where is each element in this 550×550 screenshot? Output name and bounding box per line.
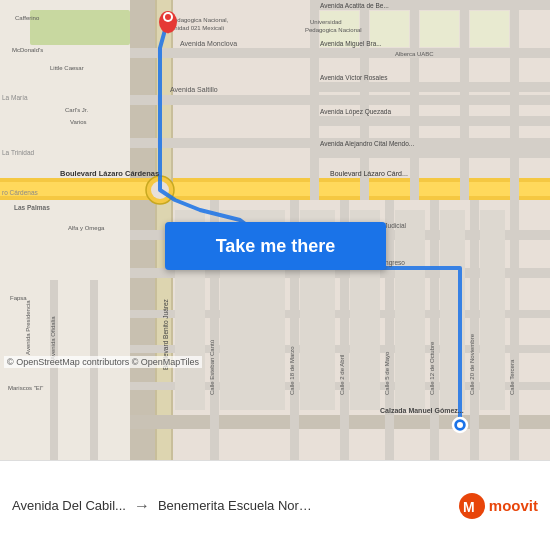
svg-text:Universidad: Universidad bbox=[310, 19, 342, 25]
moovit-logo: M moovit bbox=[459, 493, 538, 519]
svg-text:McDonald's: McDonald's bbox=[12, 47, 43, 53]
from-to-row: Avenida Del Cabil... → Benemerita Escuel… bbox=[12, 497, 451, 515]
svg-text:Carl's Jr.: Carl's Jr. bbox=[65, 107, 88, 113]
svg-rect-20 bbox=[430, 200, 439, 460]
svg-text:Avenida Presidencia: Avenida Presidencia bbox=[25, 300, 31, 355]
svg-text:Calle 20 de Noviembre: Calle 20 de Noviembre bbox=[469, 333, 475, 395]
svg-text:Calzada Manuel Gómez...: Calzada Manuel Gómez... bbox=[380, 407, 464, 414]
svg-text:Calle 5 de Mayo: Calle 5 de Mayo bbox=[384, 351, 390, 395]
map-container: Boulevard Lázaro Cárdenas Boulevard Láza… bbox=[0, 0, 550, 460]
moovit-logo-icon: M bbox=[459, 493, 485, 519]
to-location-text: Benemerita Escuela Normal Ur... bbox=[158, 498, 318, 513]
svg-text:Avenida Miguel Bra...: Avenida Miguel Bra... bbox=[320, 40, 382, 48]
svg-text:Las Palmas: Las Palmas bbox=[14, 204, 50, 211]
svg-rect-38 bbox=[470, 11, 509, 47]
svg-text:Boulevard Lázaro Cárd...: Boulevard Lázaro Cárd... bbox=[330, 170, 408, 177]
svg-text:Avenida Monclova: Avenida Monclova bbox=[180, 40, 237, 47]
svg-point-89 bbox=[457, 422, 463, 428]
svg-text:Calle 18 de Marzo: Calle 18 de Marzo bbox=[289, 346, 295, 395]
svg-point-92 bbox=[165, 14, 171, 20]
svg-rect-21 bbox=[470, 200, 479, 460]
svg-rect-30 bbox=[310, 82, 550, 92]
svg-text:Mariscos "El": Mariscos "El" bbox=[8, 385, 43, 391]
svg-text:Calle 12 de Octubre: Calle 12 de Octubre bbox=[429, 341, 435, 395]
svg-text:Boulevard Lázaro Cárdenas: Boulevard Lázaro Cárdenas bbox=[60, 169, 159, 178]
svg-text:Fapsa: Fapsa bbox=[10, 295, 27, 301]
svg-text:La Trinidad: La Trinidad bbox=[2, 149, 35, 156]
moovit-logo-text: moovit bbox=[489, 497, 538, 514]
from-location-text: Avenida Del Cabil... bbox=[12, 498, 126, 513]
svg-rect-27 bbox=[510, 0, 519, 200]
map-attribution: © OpenStreetMap contributors © OpenMapTi… bbox=[4, 356, 202, 368]
svg-text:Avenida Acatita de Be...: Avenida Acatita de Be... bbox=[320, 2, 389, 9]
svg-text:Avenida Alejandro Cital Mendo.: Avenida Alejandro Cital Mendo... bbox=[320, 140, 414, 148]
svg-rect-44 bbox=[395, 210, 425, 410]
svg-rect-33 bbox=[50, 280, 58, 460]
svg-rect-32 bbox=[310, 148, 550, 158]
svg-text:Cafferino: Cafferino bbox=[15, 15, 40, 21]
svg-rect-19 bbox=[385, 200, 394, 460]
svg-text:Avenida Saltillo: Avenida Saltillo bbox=[170, 86, 218, 93]
svg-rect-39 bbox=[30, 10, 130, 45]
svg-text:Avenida Víctor Rosales: Avenida Víctor Rosales bbox=[320, 74, 388, 81]
svg-text:Little Caesar: Little Caesar bbox=[50, 65, 84, 71]
svg-text:La María: La María bbox=[2, 94, 28, 101]
svg-text:Pedagogica Nacional,: Pedagogica Nacional, bbox=[170, 17, 229, 23]
svg-rect-46 bbox=[480, 210, 505, 410]
svg-text:Varios: Varios bbox=[70, 119, 87, 125]
svg-rect-37 bbox=[420, 11, 459, 47]
svg-rect-22 bbox=[510, 200, 519, 460]
svg-text:Calle 2 de Abril: Calle 2 de Abril bbox=[339, 355, 345, 395]
svg-text:Pedagogica Nacional: Pedagogica Nacional bbox=[305, 27, 362, 33]
svg-rect-8 bbox=[130, 95, 550, 105]
svg-rect-26 bbox=[460, 0, 469, 200]
svg-rect-25 bbox=[410, 0, 419, 200]
svg-text:Alfa y Omega: Alfa y Omega bbox=[68, 225, 105, 231]
svg-text:ro Cárdenas: ro Cárdenas bbox=[2, 189, 39, 196]
svg-text:Calle Tercera: Calle Tercera bbox=[509, 359, 515, 395]
arrow-icon: → bbox=[134, 497, 150, 515]
svg-text:Unidad 021 Mexicali: Unidad 021 Mexicali bbox=[170, 25, 224, 31]
svg-text:Calle Esteban Cantú: Calle Esteban Cantú bbox=[209, 340, 215, 395]
take-me-there-button[interactable]: Take me there bbox=[165, 222, 386, 270]
svg-text:Alberca UABC: Alberca UABC bbox=[395, 51, 434, 57]
bottom-bar: Avenida Del Cabil... → Benemerita Escuel… bbox=[0, 460, 550, 550]
svg-rect-34 bbox=[90, 280, 98, 460]
svg-text:Avenida Ofidalia: Avenida Ofidalia bbox=[50, 316, 56, 360]
svg-text:M: M bbox=[463, 499, 475, 515]
svg-text:Avenida López Quezada: Avenida López Quezada bbox=[320, 108, 391, 116]
svg-rect-31 bbox=[310, 116, 550, 126]
